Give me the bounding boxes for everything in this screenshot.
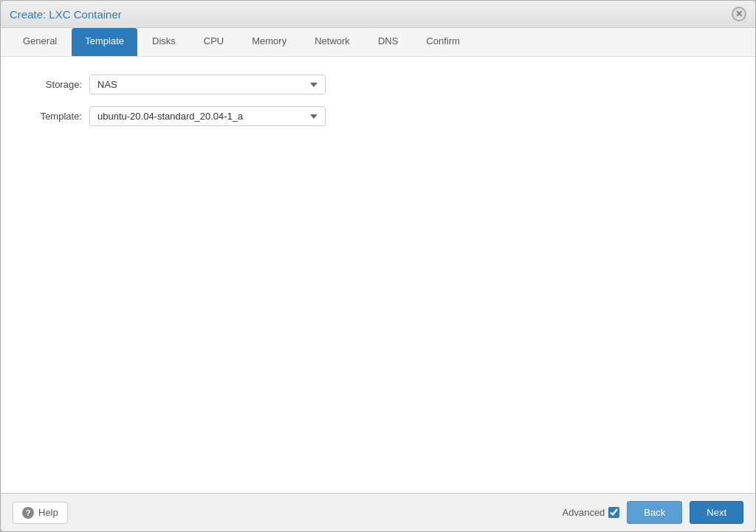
tab-template[interactable]: Template [72, 28, 137, 56]
storage-label: Storage: [16, 79, 82, 90]
help-icon: ? [22, 507, 34, 519]
storage-row: Storage: NAS [16, 75, 740, 94]
footer-actions: Advanced Back Next [563, 501, 743, 524]
advanced-checkbox[interactable] [608, 507, 619, 518]
advanced-text: Advanced [563, 507, 605, 518]
create-lxc-dialog: Create: LXC Container ✕ General Template… [0, 0, 756, 532]
tab-cpu[interactable]: CPU [190, 28, 237, 56]
template-label: Template: [16, 111, 82, 122]
advanced-label[interactable]: Advanced [563, 507, 620, 518]
tab-disks[interactable]: Disks [139, 28, 189, 56]
template-row: Template: ubuntu-20.04-standard_20.04-1_… [16, 106, 740, 126]
footer: ? Help Advanced Back Next [1, 493, 755, 531]
next-button[interactable]: Next [690, 501, 743, 524]
back-button[interactable]: Back [627, 501, 682, 524]
template-select[interactable]: ubuntu-20.04-standard_20.04-1_a [89, 106, 326, 126]
content-area: Storage: NAS Template: ubuntu-20.04-stan… [1, 57, 755, 493]
dialog-title: Create: LXC Container [10, 8, 122, 21]
storage-select[interactable]: NAS [89, 75, 326, 94]
tab-memory[interactable]: Memory [238, 28, 300, 56]
tab-bar: General Template Disks CPU Memory Networ… [1, 28, 755, 57]
title-bar: Create: LXC Container ✕ [1, 1, 755, 28]
tab-general[interactable]: General [10, 28, 70, 56]
tab-confirm[interactable]: Confirm [413, 28, 473, 56]
help-label: Help [38, 507, 58, 518]
close-button[interactable]: ✕ [732, 7, 746, 21]
tab-network[interactable]: Network [301, 28, 363, 56]
tab-dns[interactable]: DNS [365, 28, 411, 56]
help-button[interactable]: ? Help [13, 502, 68, 524]
